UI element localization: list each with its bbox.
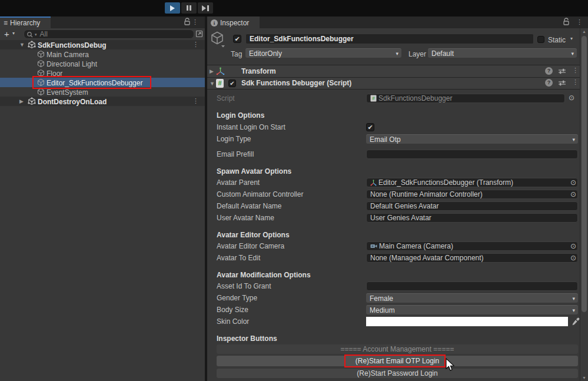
cube-icon xyxy=(37,88,45,96)
field-label: Script xyxy=(217,94,235,102)
inspector-button[interactable]: (Re)Start Password Login xyxy=(217,369,578,378)
color-swatch[interactable] xyxy=(366,317,568,326)
add-dropdown-caret[interactable]: ▾ xyxy=(12,31,15,36)
gameobject-name-field[interactable]: Editor_SdkFunctionsDebugger xyxy=(245,34,534,44)
presets-icon[interactable] xyxy=(558,68,566,75)
step-icon xyxy=(202,5,206,11)
field-label: Asset Id To Grant xyxy=(217,282,271,290)
gameobject-active-checkbox[interactable]: ✔ xyxy=(233,35,241,43)
object-picker-icon[interactable]: ⊙ xyxy=(570,178,576,187)
hierarchy-item-Directional Light[interactable]: Directional Light xyxy=(0,59,205,68)
text-value: User Genies Avatar xyxy=(370,214,431,222)
mouse-cursor xyxy=(446,358,456,372)
object-picker-icon[interactable]: ⊙ xyxy=(570,190,576,199)
field-text-input[interactable]: User Genies Avatar xyxy=(366,213,578,223)
scene-icon xyxy=(28,97,36,105)
lock-icon[interactable] xyxy=(184,18,191,25)
field-row: Avatar ParentEditor_SdkFunctionsDebugger… xyxy=(207,178,580,187)
field-dropdown[interactable]: Email Otp▾ xyxy=(366,134,578,144)
script-component-header[interactable]: ▼ # ✔ Sdk Functions Debugger (Script) ? … xyxy=(207,78,580,90)
editor-toolbar xyxy=(0,0,588,16)
script-object-field[interactable]: #SdkFunctionsDebugger xyxy=(366,94,565,103)
lock-icon[interactable] xyxy=(563,18,570,25)
static-dropdown-caret[interactable]: ▾ xyxy=(570,36,573,41)
field-object-input[interactable]: Main Camera (Camera)⊙ xyxy=(366,241,578,251)
foldout-arrow-icon[interactable]: ▶ xyxy=(210,68,214,74)
item-kebab-icon[interactable]: ⋮ xyxy=(192,97,199,105)
item-kebab-icon[interactable]: ⋮ xyxy=(192,41,199,48)
hierarchy-item-Floor[interactable]: Floor xyxy=(0,68,205,78)
hierarchy-item-SdkFunctionsDebug[interactable]: ▼SdkFunctionsDebug⋮ xyxy=(0,40,205,49)
hierarchy-search-input[interactable]: ▾ All xyxy=(24,29,194,39)
hierarchy-item-Main Camera[interactable]: Main Camera xyxy=(0,49,205,59)
cube-icon xyxy=(37,50,45,58)
field-object-input[interactable]: Editor_SdkFunctionsDebugger (Transform)⊙ xyxy=(366,178,578,187)
foldout-arrow-icon[interactable]: ▶ xyxy=(19,98,24,104)
tab-hierarchy[interactable]: ≡ Hierarchy xyxy=(0,16,51,28)
field-object-input[interactable]: None (Managed Avatar Component)⊙ xyxy=(366,253,578,263)
hierarchy-toolbar: + ▾ ▾ All xyxy=(0,28,205,40)
dropdown-value: Medium xyxy=(370,306,395,314)
object-picker-icon[interactable]: ⊙ xyxy=(569,94,574,102)
section-header: Avatar Editor Options xyxy=(217,231,580,240)
static-label: Static xyxy=(548,36,566,44)
field-label: User Avatar Name xyxy=(217,214,274,222)
cube-icon xyxy=(37,69,45,77)
object-picker-icon[interactable]: ⊙ xyxy=(570,242,576,251)
search-window-icon[interactable] xyxy=(195,30,203,38)
transform-component-header[interactable]: ▶ Transform ? ⋮ xyxy=(207,65,580,78)
object-value: None (Managed Avatar Component) xyxy=(370,254,484,263)
tag-dropdown[interactable]: EditorOnly▾ xyxy=(245,48,401,58)
field-checkbox[interactable]: ✔ xyxy=(366,123,374,131)
menu-kebab-icon[interactable]: ⋮ xyxy=(576,18,583,26)
transform-label: Transform xyxy=(241,67,276,75)
field-object-input[interactable]: None (Runtime Animator Controller)⊙ xyxy=(366,190,578,199)
script-enabled-checkbox[interactable]: ✔ xyxy=(228,79,236,87)
presets-icon[interactable] xyxy=(558,79,566,87)
scrollbar-thumb[interactable] xyxy=(582,36,587,312)
field-label: Login Type xyxy=(217,135,251,143)
field-text-input[interactable]: Default Genies Avatar xyxy=(366,201,578,211)
field-text-input[interactable] xyxy=(366,150,578,159)
layer-dropdown[interactable]: Default▾ xyxy=(428,48,577,58)
field-row: Email Prefill xyxy=(207,150,580,159)
step-button[interactable] xyxy=(198,2,213,14)
dropdown-value: Email Otp xyxy=(370,135,401,144)
field-row: Script#SdkFunctionsDebugger⊙ xyxy=(207,94,580,103)
transform-icon xyxy=(216,67,225,76)
static-checkbox[interactable] xyxy=(537,36,544,43)
dropdown-caret-icon: ▾ xyxy=(572,307,575,313)
scroll-down-icon[interactable]: ▼ xyxy=(582,376,586,380)
gameobject-cube-icon[interactable] xyxy=(210,31,227,48)
scroll-up-icon[interactable]: ▲ xyxy=(582,29,586,34)
field-dropdown[interactable]: Female▾ xyxy=(366,293,578,303)
field-row: Avatar To EditNone (Managed Avatar Compo… xyxy=(207,253,580,263)
object-picker-icon[interactable]: ⊙ xyxy=(570,254,576,263)
field-label: Custom Animator Controller xyxy=(217,190,303,198)
dropdown-value: Female xyxy=(370,294,393,303)
menu-kebab-icon[interactable]: ⋮ xyxy=(192,18,198,26)
section-header: Login Options xyxy=(217,111,580,120)
help-icon[interactable]: ? xyxy=(545,67,553,75)
tab-inspector[interactable]: i Inspector xyxy=(207,16,260,28)
component-kebab-icon[interactable]: ⋮ xyxy=(572,67,579,74)
foldout-arrow-icon[interactable]: ▼ xyxy=(19,42,25,48)
field-text-input[interactable] xyxy=(366,281,578,291)
pause-button[interactable] xyxy=(181,2,197,14)
foldout-arrow-icon[interactable]: ▼ xyxy=(210,81,215,87)
script-mini-icon: # xyxy=(370,95,377,102)
hierarchy-item-DontDestroyOnLoad[interactable]: ▶DontDestroyOnLoad⋮ xyxy=(0,97,205,106)
add-gameobject-button[interactable]: + xyxy=(4,29,9,39)
field-dropdown[interactable]: Medium▾ xyxy=(366,305,578,314)
inspector-scrollbar[interactable]: ▲ ▼ xyxy=(580,28,588,381)
help-icon[interactable]: ? xyxy=(545,79,553,87)
component-kebab-icon[interactable]: ⋮ xyxy=(572,78,579,86)
object-value: None (Runtime Animator Controller) xyxy=(370,190,483,199)
inspector-button[interactable]: (Re)Start Email OTP Login xyxy=(217,356,578,366)
hierarchy-item-Editor_SdkFunctionsDebugger[interactable]: Editor_SdkFunctionsDebugger xyxy=(0,78,205,87)
object-value: Editor_SdkFunctionsDebugger (Transform) xyxy=(378,178,513,187)
eyedropper-button[interactable] xyxy=(570,317,578,326)
hierarchy-item-EventSystem[interactable]: EventSystem xyxy=(0,87,205,97)
play-button[interactable] xyxy=(165,2,180,14)
eyedropper-icon xyxy=(572,317,580,326)
